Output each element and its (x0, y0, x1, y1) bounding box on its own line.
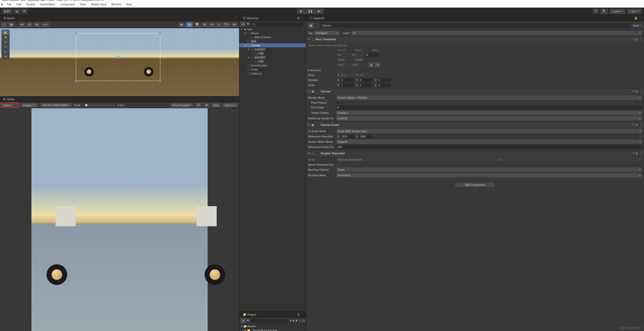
gameobject-item[interactable]: ▼⬚旋转摇杆 (239, 55, 306, 59)
foldout-icon[interactable]: ▼ (244, 32, 246, 34)
menu-file[interactable]: File (5, 2, 14, 7)
sort-order-field[interactable] (336, 105, 642, 109)
menu-component[interactable]: Component (58, 2, 77, 7)
mute-button[interactable]: 🔊 (195, 103, 202, 108)
audio-toggle-button[interactable]: 🔇 (201, 22, 208, 27)
project-tree[interactable]: ▼📁Assets▶📁_TerrainAutoUpgrade (239, 324, 306, 331)
inspector-tab[interactable]: ⓘ Inspector (308, 16, 326, 20)
pivot-gizmo[interactable] (117, 56, 120, 59)
blocking-mask-dropdown[interactable]: Everything (336, 173, 642, 177)
target-display-dropdown[interactable]: Display 1 (336, 111, 642, 115)
menu-help[interactable]: Help (124, 2, 134, 7)
component-header[interactable]: ▼ ⬚ Graphic Raycaster ?⊡⋮ (306, 150, 644, 156)
ui-scale-mode-dropdown[interactable]: Scale With Screen Size (336, 129, 642, 133)
foldout-icon[interactable]: ▼ (244, 44, 246, 47)
filter-icon[interactable]: ▾ (290, 319, 291, 322)
preset-icon[interactable]: ⊡ (635, 123, 638, 127)
play-focused-dropdown[interactable]: Play Focused (170, 103, 193, 107)
gameobject-item[interactable]: ⬚Main Camera (239, 35, 306, 39)
play-button[interactable]: ▶ (297, 9, 306, 14)
rotate-tool[interactable]: ↻ (2, 40, 9, 44)
pivot-y-field[interactable] (359, 73, 372, 77)
tag-dropdown[interactable]: Untagged (314, 31, 339, 35)
hand-tool[interactable]: ✋ (2, 30, 9, 35)
layout-dropdown[interactable]: 2 by 3 (627, 9, 642, 14)
scale-z-field[interactable] (377, 83, 391, 87)
gameobject-item[interactable]: ▼⬚Canvas (239, 43, 306, 47)
help-icon[interactable]: ? (632, 152, 634, 155)
gameobject-item[interactable]: ⬚Cube (1) (239, 71, 306, 76)
lock-icon[interactable]: 🔓 (634, 16, 638, 20)
settings-button[interactable]: ⚙ (21, 9, 28, 14)
static-dropdown[interactable]: ▾ (641, 24, 642, 27)
posz-field[interactable] (365, 53, 379, 57)
rot-z-field[interactable] (377, 78, 391, 82)
gizmos-button[interactable]: ⊚▾ (231, 22, 238, 27)
gizmos-dropdown[interactable]: Gizmos (223, 103, 238, 107)
preset-icon[interactable]: ⊡ (635, 152, 638, 155)
favorite-icon[interactable]: ★ (295, 319, 298, 322)
foldout-icon[interactable]: ▼ (308, 152, 310, 155)
scene-view[interactable]: ✋ ✥ ↻ ⤢ ▭ ✦ (0, 28, 239, 96)
gameobject-item[interactable]: ⬚内圆 (239, 51, 306, 55)
display-dropdown[interactable]: Display 1 (21, 103, 38, 107)
draw-mode-button[interactable]: ◉▾ (179, 22, 185, 27)
maximize-icon[interactable]: ⊡ (297, 313, 299, 316)
component-enabled-checkbox[interactable] (316, 123, 319, 127)
foldout-icon[interactable]: ▼ (308, 124, 310, 126)
account-button[interactable]: ◐ 故 ▾ (2, 9, 12, 14)
blocking-objects-dropdown[interactable]: None (336, 167, 642, 172)
menu-assets[interactable]: Assets (24, 2, 37, 7)
height-field[interactable] (351, 63, 364, 67)
lighting-toggle-button[interactable]: 💡 (194, 22, 200, 27)
add-component-button[interactable]: Add Component (455, 182, 496, 188)
tab-options-icon[interactable]: ⋮ (234, 16, 237, 20)
step-button[interactable]: ▶| (315, 9, 324, 14)
help-icon[interactable]: ? (632, 123, 634, 127)
hierarchy-tree[interactable]: ▼◈test⋮▼⬚Player⬚Main Camera⬚地面▼⬚Canvas▼⬚… (239, 27, 306, 311)
ref-pixels-field[interactable] (336, 145, 642, 149)
project-tab[interactable]: 📁 Project (241, 312, 257, 317)
pivot-rotation-button[interactable]: ⊡▾ (26, 22, 33, 27)
rect-tool[interactable]: ▭ (2, 49, 9, 54)
gameobject-item[interactable]: ⬚内圆 (239, 59, 306, 63)
scene-camera-button[interactable]: 📷▾ (223, 22, 230, 27)
create-asset-button[interactable]: + ▾ (240, 318, 246, 323)
menu-gameobject[interactable]: GameObject (37, 2, 58, 7)
gameobject-item[interactable]: ⬚EventSystem (239, 63, 306, 67)
help-icon[interactable]: ? (632, 38, 634, 41)
tab-options-icon[interactable]: ⋮ (639, 16, 642, 20)
blueprint-mode-button[interactable]: ⊞ (368, 62, 374, 67)
width-field[interactable] (336, 63, 350, 67)
rect-handle[interactable] (159, 32, 161, 34)
vsync-button[interactable]: ⊞ (204, 103, 209, 108)
scene-menu-icon[interactable]: ⋮ (302, 28, 305, 31)
foldout-icon[interactable]: ▼ (247, 56, 250, 59)
match-mode-dropdown[interactable]: Expand (336, 139, 642, 144)
game-tab[interactable]: 🎮 Game (1, 97, 16, 101)
cloud-button[interactable]: ☁ (13, 9, 20, 14)
create-button[interactable]: + ▾ (240, 22, 246, 27)
foldout-icon[interactable]: ▼ (240, 28, 243, 30)
tab-options-icon[interactable]: ⋮ (235, 98, 238, 101)
layer-dropdown[interactable]: UI (351, 31, 642, 35)
preset-icon[interactable]: ⊡ (635, 90, 638, 93)
menu-icon[interactable]: ⋮ (639, 90, 642, 93)
snap-increment-button[interactable]: ⟼▾ (41, 22, 49, 27)
enabled-checkbox[interactable] (315, 24, 319, 27)
effects-toggle-button[interactable]: ✦▾ (209, 22, 215, 27)
hidden-icon[interactable]: 👁̸ (299, 319, 301, 322)
preset-icon[interactable]: ⊡ (635, 38, 638, 41)
transform-tool[interactable]: ✦ (2, 54, 9, 59)
render-mode-dropdown[interactable]: Screen Space - Overlay (336, 95, 642, 100)
gameobject-item[interactable]: ▼⬚Player (239, 31, 306, 35)
slider-thumb[interactable] (85, 104, 88, 106)
posy-field[interactable] (351, 53, 364, 57)
rot-y-field[interactable] (359, 78, 372, 82)
scale-tool[interactable]: ⤢ (2, 45, 9, 49)
component-header[interactable]: ▼ ▦ Canvas ?⊡⋮ (306, 88, 644, 94)
foldout-icon[interactable]: ▼ (308, 38, 310, 41)
grid-snap-button[interactable]: ⊞▾ (34, 22, 40, 27)
gameobject-item[interactable]: ▼⬚位移摇杆 (239, 47, 306, 51)
rot-x-field[interactable] (340, 78, 354, 82)
